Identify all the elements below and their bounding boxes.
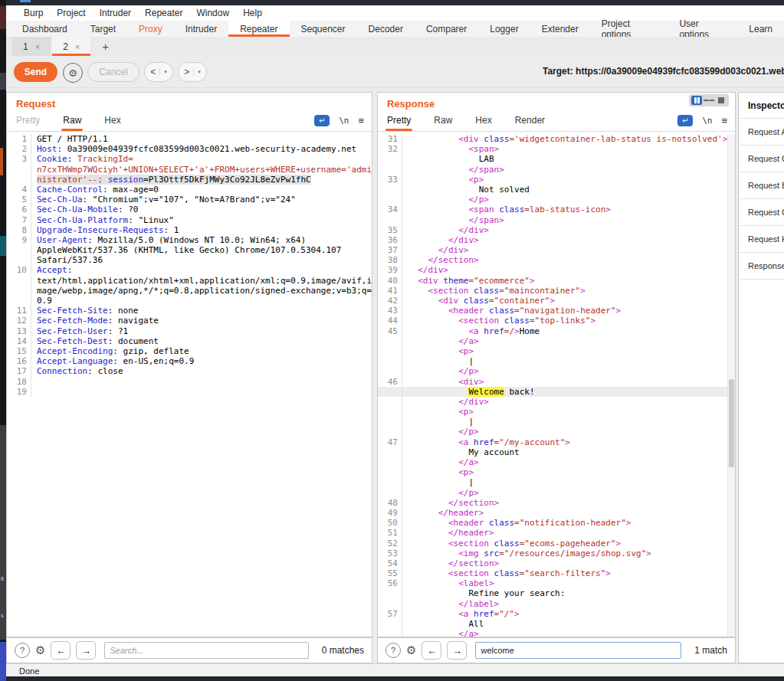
code-row: 42 <div class="container">: [378, 296, 735, 306]
help-icon[interactable]: ?: [385, 643, 401, 658]
code-row: </span>: [378, 215, 735, 225]
tab-dashboard[interactable]: Dashboard: [11, 21, 79, 37]
line-number: [378, 154, 402, 164]
show-newlines-icon[interactable]: \n: [702, 116, 712, 126]
response-tab-render[interactable]: Render: [515, 115, 545, 131]
request-tab-pretty[interactable]: Pretty: [16, 115, 40, 131]
menu-item-burp[interactable]: Burp: [17, 8, 50, 18]
close-tab-icon[interactable]: ×: [75, 42, 80, 51]
line-number: [7, 286, 31, 296]
line-number: 44: [378, 316, 402, 326]
desktop-fragment: [0, 6, 6, 29]
main-tab-bar: DashboardTargetProxyIntruderRepeaterSequ…: [6, 21, 784, 38]
line-number: [378, 195, 402, 205]
line-number: 14: [7, 336, 31, 346]
inspector-section-request-headers[interactable]: Request Headers: [739, 226, 784, 253]
line-number: 17: [7, 366, 31, 376]
tab-target[interactable]: Target: [79, 21, 127, 37]
tab-intruder[interactable]: Intruder: [174, 21, 228, 37]
inspector-section-request-attributes[interactable]: Request Attributes: [739, 119, 784, 146]
editor-menu-icon[interactable]: ≡: [721, 115, 727, 126]
menu-item-repeater[interactable]: Repeater: [138, 8, 189, 18]
code-row: </label>: [378, 599, 735, 609]
response-tab-hex[interactable]: Hex: [475, 115, 491, 131]
tab-logger[interactable]: Logger: [478, 21, 530, 37]
line-number: [378, 356, 402, 366]
line-number: 50: [378, 518, 402, 528]
response-editor[interactable]: 31 <div class='widgetcontainer-lab-statu…: [378, 134, 735, 637]
cancel-button[interactable]: Cancel: [87, 62, 139, 82]
close-tab-icon[interactable]: ×: [35, 42, 40, 51]
code-row: 17Connection: close: [7, 366, 372, 376]
tab-extender[interactable]: Extender: [530, 21, 590, 37]
request-panel-title: Request: [16, 98, 55, 110]
menu-item-project[interactable]: Project: [50, 8, 92, 18]
code-row: 47 <a href="/my-account">: [378, 437, 735, 447]
tab-repeater[interactable]: Repeater: [228, 21, 289, 37]
next-match-button[interactable]: →: [76, 641, 96, 660]
response-tab-raw[interactable]: Raw: [434, 115, 452, 131]
line-number: [378, 457, 402, 467]
help-icon[interactable]: ?: [15, 643, 30, 658]
desktop-fragment: [0, 236, 6, 256]
line-number: 1: [7, 134, 31, 144]
tab-sequencer[interactable]: Sequencer: [290, 21, 357, 37]
code-row: 39 </div>: [378, 265, 735, 275]
tab-decoder[interactable]: Decoder: [357, 21, 415, 37]
inspector-section-response-headers[interactable]: Response Headers: [739, 253, 784, 280]
next-request-button[interactable]: > ▾: [178, 62, 207, 82]
code-row: Refine your search:: [378, 588, 735, 598]
code-row: 43 <header class="navigation-header">: [378, 306, 735, 316]
previous-match-button[interactable]: ←: [51, 641, 71, 660]
response-search-input[interactable]: [475, 642, 681, 659]
menu-item-intruder[interactable]: Intruder: [93, 8, 138, 18]
search-settings-icon[interactable]: ⚙: [406, 643, 416, 657]
line-number: 37: [378, 245, 402, 255]
request-tab-raw[interactable]: Raw: [63, 115, 81, 131]
inspector-section-request-body-parameters[interactable]: Request Body Parameters: [739, 172, 784, 199]
code-row: 3Cookie: TrackingId=: [7, 154, 372, 164]
tab-project-options[interactable]: Project options: [590, 21, 668, 37]
request-search-input[interactable]: [104, 642, 308, 659]
menu-item-window[interactable]: Window: [189, 8, 236, 18]
editor-menu-icon[interactable]: ≡: [358, 115, 364, 126]
line-number: [7, 165, 31, 175]
send-button[interactable]: Send: [14, 62, 57, 82]
response-tab-pretty[interactable]: Pretty: [387, 115, 411, 131]
line-number: 54: [378, 558, 402, 568]
send-settings-gear-icon[interactable]: ⚙: [63, 63, 83, 83]
dropdown-icon[interactable]: ▾: [159, 68, 167, 76]
inspector-section-request-query-parameters[interactable]: Request Query Parameters: [739, 146, 784, 172]
repeater-tab-2[interactable]: 2×: [52, 37, 90, 56]
show-newlines-icon[interactable]: \n: [339, 116, 349, 126]
request-tab-hex[interactable]: Hex: [104, 115, 120, 131]
code-row: 34 <span class=lab-status-icon>: [378, 205, 735, 214]
desktop-glyph: s: [1, 613, 4, 618]
new-tab-button[interactable]: +: [92, 37, 119, 56]
previous-request-button[interactable]: < ▾: [144, 62, 173, 82]
dropdown-icon[interactable]: ▾: [193, 68, 201, 76]
code-row: 5Sec-Ch-Ua: "Chromium";v="107", "Not=A?B…: [7, 195, 372, 205]
line-number: 53: [378, 548, 402, 558]
inspector-section-request-cookies[interactable]: Request Cookies: [739, 199, 784, 226]
previous-match-button[interactable]: ←: [422, 641, 441, 660]
tab-user-options[interactable]: User options: [668, 21, 737, 37]
menu-item-help[interactable]: Help: [236, 8, 269, 18]
tab-proxy[interactable]: Proxy: [127, 21, 174, 37]
tab-comparer[interactable]: Comparer: [415, 21, 478, 37]
code-row: 10Accept:: [7, 265, 372, 275]
code-row: 32 <span>: [378, 144, 735, 154]
repeater-tab-1[interactable]: 1×: [12, 37, 51, 56]
scrollbar-thumb[interactable]: [729, 379, 734, 467]
line-number: 38: [378, 255, 402, 265]
word-wrap-icon[interactable]: ↵: [677, 115, 693, 126]
next-match-button[interactable]: →: [447, 641, 467, 660]
search-settings-icon[interactable]: ⚙: [35, 643, 45, 657]
tab-learn[interactable]: Learn: [737, 21, 784, 37]
code-row: 56 <label>: [378, 578, 735, 588]
code-row: </a>: [378, 457, 735, 467]
response-scrollbar[interactable]: [727, 134, 735, 637]
code-row: 2Host: 0a39009e04939fcfc083599d003c0021.…: [7, 144, 372, 154]
request-editor[interactable]: 1GET / HTTP/1.12Host: 0a39009e04939fcfc0…: [7, 134, 372, 637]
word-wrap-icon[interactable]: ↵: [314, 115, 330, 126]
